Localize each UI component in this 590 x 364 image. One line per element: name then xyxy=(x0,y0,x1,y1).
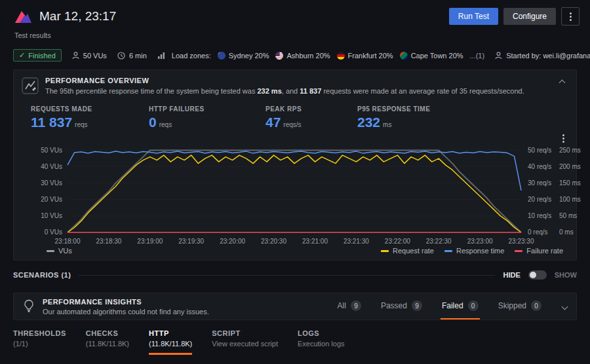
stat-unit: ms xyxy=(383,121,391,128)
legend-request-rate[interactable]: Request rate xyxy=(381,247,434,255)
au-flag-icon xyxy=(218,52,226,60)
count-badge: 9 xyxy=(351,300,361,311)
load-zones-label: Load zones: xyxy=(172,52,211,60)
tab-passed[interactable]: Passed 9 xyxy=(380,293,423,319)
svg-text:50 VUs: 50 VUs xyxy=(41,147,62,154)
stat-value: 47 xyxy=(266,115,281,130)
expand-chevron-icon[interactable] xyxy=(562,303,568,310)
svg-text:23:20:30: 23:20:30 xyxy=(261,238,286,245)
tab-all[interactable]: All 9 xyxy=(336,293,363,319)
insights-tabs: All 9 Passed 9 Failed 0 Skipped 0 xyxy=(336,293,543,319)
scenarios-label: SCENARIOS (1) xyxy=(13,271,71,279)
tab-failed[interactable]: Failed 0 xyxy=(441,293,480,319)
performance-overview-panel: PERFORMANCE OVERVIEW The 95th percentile… xyxy=(13,69,577,261)
stat-label: PEAK RPS xyxy=(266,105,357,113)
tab-script[interactable]: SCRIPT View executed script xyxy=(212,329,278,355)
overview-chart: 0 VUs0 req/s0 ms10 VUs10 req/s50 ms20 VU… xyxy=(22,134,568,255)
results-tab-bar: THRESHOLDS (1/1) CHECKS (11.8K/11.8K) HT… xyxy=(13,329,577,355)
svg-text:23:18:00: 23:18:00 xyxy=(55,238,81,245)
svg-text:23:19:30: 23:19:30 xyxy=(178,238,204,245)
overview-stats: REQUESTS MADE 11 837 reqs HTTP FAILURES … xyxy=(31,105,568,130)
svg-text:23:21:30: 23:21:30 xyxy=(344,238,369,245)
legend-response-time[interactable]: Response time xyxy=(444,247,504,255)
us-flag-icon xyxy=(275,52,283,60)
stat-unit: reqs/s xyxy=(283,121,301,128)
vus-swatch-icon xyxy=(47,250,54,252)
stat-p95-response-time: P95 RESPONSE TIME 232 ms xyxy=(357,105,430,130)
performance-insights-panel: PERFORMANCE INSIGHTS Our automated algor… xyxy=(13,293,577,320)
kebab-icon xyxy=(562,134,564,143)
svg-text:23:20:00: 23:20:00 xyxy=(220,238,245,245)
status-bar: ✓ Finished 50 VUs 6 min Load zones: Sydn… xyxy=(13,49,577,62)
status-badge: ✓ Finished xyxy=(13,49,62,62)
person-icon xyxy=(72,52,79,60)
stat-unit: reqs xyxy=(75,121,87,128)
svg-text:23:22:30: 23:22:30 xyxy=(426,238,452,245)
insights-description: Our automated algorithms could not find … xyxy=(43,308,209,316)
zone-frankfurt: Frankfurt 20% xyxy=(337,52,393,60)
k6-logo-icon xyxy=(13,7,33,26)
stat-label: P95 RESPONSE TIME xyxy=(357,105,430,113)
za-flag-icon xyxy=(400,52,408,60)
show-label[interactable]: SHOW xyxy=(555,271,577,279)
zone-cape-town: Cape Town 20% xyxy=(400,52,463,60)
stat-requests-made: REQUESTS MADE 11 837 reqs xyxy=(31,105,149,130)
legend-failure-rate[interactable]: Failure rate xyxy=(515,247,563,255)
svg-text:10 req/s: 10 req/s xyxy=(528,212,551,219)
timeseries-chart[interactable]: 0 VUs0 req/s0 ms10 VUs10 req/s50 ms20 VU… xyxy=(22,134,583,247)
collapse-chevron-icon[interactable] xyxy=(559,80,566,86)
tab-thresholds[interactable]: THRESHOLDS (1/1) xyxy=(13,329,66,355)
legend-vus[interactable]: VUs xyxy=(47,247,72,255)
header-kebab-button[interactable] xyxy=(561,7,580,26)
zone-sydney: Sydney 20% xyxy=(218,52,269,60)
chart-kebab-button[interactable] xyxy=(560,132,567,145)
run-test-button[interactable]: Run Test xyxy=(449,8,498,25)
svg-text:40 VUs: 40 VUs xyxy=(41,163,62,170)
toggle-knob xyxy=(530,272,536,278)
zones-overflow[interactable]: ...(1) xyxy=(470,52,485,60)
svg-text:23:18:30: 23:18:30 xyxy=(96,238,121,245)
stat-unit: reqs xyxy=(159,121,172,128)
scenarios-toggle[interactable] xyxy=(528,270,547,280)
count-badge: 9 xyxy=(412,300,422,311)
stat-value: 232 xyxy=(357,115,380,130)
tab-http[interactable]: HTTP (11.8K/11.8K) xyxy=(149,329,192,355)
svg-text:40 req/s: 40 req/s xyxy=(528,163,551,170)
svg-text:150 ms: 150 ms xyxy=(559,179,581,187)
tab-checks[interactable]: CHECKS (11.8K/11.8K) xyxy=(86,329,129,355)
chart-sketch-icon xyxy=(22,77,39,94)
tab-skipped[interactable]: Skipped 0 xyxy=(497,293,543,319)
svg-text:0 VUs: 0 VUs xyxy=(45,228,62,236)
svg-text:20 req/s: 20 req/s xyxy=(528,196,551,203)
page-subtitle: Test results xyxy=(14,31,580,39)
stat-label: HTTP FAILURES xyxy=(149,105,266,113)
stat-label: REQUESTS MADE xyxy=(31,105,149,113)
hide-label[interactable]: HIDE xyxy=(503,271,520,279)
chart-legend: VUs Request rate Response time Failure r… xyxy=(47,247,563,255)
check-icon: ✓ xyxy=(19,51,25,60)
load-zones-icon xyxy=(157,52,165,60)
configure-button[interactable]: Configure xyxy=(503,8,556,25)
svg-text:23:23:00: 23:23:00 xyxy=(467,238,493,245)
stat-value: 0 xyxy=(149,115,157,130)
svg-text:50 req/s: 50 req/s xyxy=(528,147,551,154)
count-badge: 0 xyxy=(468,300,479,311)
svg-text:200 ms: 200 ms xyxy=(559,163,581,170)
svg-text:20 VUs: 20 VUs xyxy=(41,196,62,203)
svg-text:10 VUs: 10 VUs xyxy=(41,212,62,219)
stat-peak-rps: PEAK RPS 47 reqs/s xyxy=(266,105,357,130)
de-flag-icon xyxy=(337,52,345,60)
tab-logs[interactable]: LOGS Execution logs xyxy=(298,329,345,355)
overview-title: PERFORMANCE OVERVIEW xyxy=(45,77,524,84)
divider xyxy=(79,275,495,276)
svg-text:30 req/s: 30 req/s xyxy=(528,179,551,187)
load-zones: Load zones: Sydney 20% Ashburn 20% Frank… xyxy=(157,52,484,60)
lightbulb-icon xyxy=(23,299,35,314)
clock-icon xyxy=(117,52,125,60)
insights-title: PERFORMANCE INSIGHTS xyxy=(43,298,209,306)
header: Mar 12, 23:17 Run Test Configure Test re… xyxy=(0,0,590,39)
kebab-icon xyxy=(570,12,572,21)
count-badge: 0 xyxy=(531,300,541,311)
svg-text:250 ms: 250 ms xyxy=(559,147,581,154)
svg-text:30 VUs: 30 VUs xyxy=(41,179,62,187)
